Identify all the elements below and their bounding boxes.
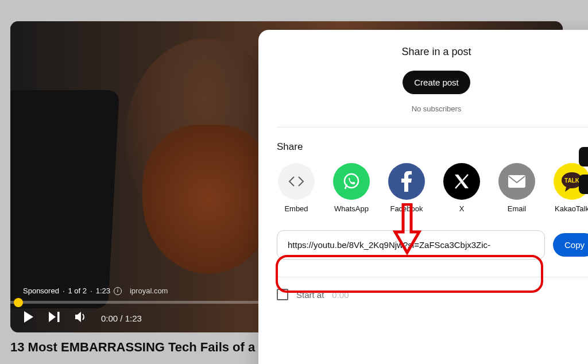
whatsapp-label: WhatsApp bbox=[334, 204, 369, 213]
x-icon[interactable] bbox=[443, 163, 480, 200]
ad-duration: 1:23 bbox=[96, 286, 110, 295]
bg-shape-beard bbox=[142, 125, 274, 274]
share-option-embed[interactable]: Embed bbox=[277, 163, 316, 213]
start-at-time[interactable]: 0:00 bbox=[332, 290, 349, 300]
side-indicators bbox=[579, 147, 588, 194]
bg-shape-chair bbox=[10, 90, 119, 308]
svg-rect-2 bbox=[508, 175, 525, 188]
share-option-x[interactable]: X bbox=[442, 163, 481, 213]
progress-scrubber[interactable] bbox=[14, 298, 23, 307]
whatsapp-icon[interactable] bbox=[333, 163, 370, 200]
embed-icon[interactable] bbox=[278, 163, 315, 200]
start-at-label: Start at bbox=[296, 290, 324, 300]
start-at-checkbox[interactable] bbox=[277, 289, 288, 300]
share-option-whatsapp[interactable]: WhatsApp bbox=[332, 163, 371, 213]
share-options-row: Embed WhatsApp Facebook X bbox=[277, 163, 588, 213]
x-label: X bbox=[459, 204, 465, 213]
no-subscribers-text: No subscribers bbox=[277, 104, 588, 113]
create-post-button[interactable]: Create post bbox=[403, 71, 470, 94]
svg-rect-0 bbox=[57, 312, 60, 322]
ad-domain[interactable]: iproyal.com bbox=[130, 286, 168, 295]
copy-button[interactable]: Copy bbox=[553, 233, 588, 257]
play-icon[interactable] bbox=[23, 311, 34, 326]
embed-label: Embed bbox=[284, 204, 308, 213]
volume-icon[interactable] bbox=[75, 311, 87, 325]
share-post-title: Share in a post bbox=[277, 46, 588, 58]
svg-text:TALK: TALK bbox=[564, 177, 580, 184]
share-section: Share Embed WhatsApp Facebook bbox=[258, 127, 588, 213]
kakaotalk-label: KakaoTalk bbox=[555, 204, 588, 213]
share-option-email[interactable]: Email bbox=[497, 163, 536, 213]
ad-counter: 1 of 2 bbox=[68, 286, 87, 295]
share-heading: Share bbox=[277, 141, 588, 153]
share-url-input[interactable]: https://youtu.be/8Vk_2Kq9Njw?si=ZaFSca3C… bbox=[277, 230, 545, 260]
facebook-icon[interactable] bbox=[388, 163, 425, 200]
share-dialog: Share in a post Create post No subscribe… bbox=[258, 30, 588, 364]
side-pill[interactable] bbox=[579, 147, 588, 166]
email-icon[interactable] bbox=[498, 163, 535, 200]
sponsored-label: Sponsored bbox=[23, 286, 59, 295]
share-url-row: https://youtu.be/8Vk_2Kq9Njw?si=ZaFSca3C… bbox=[277, 230, 588, 260]
share-option-facebook[interactable]: Facebook bbox=[387, 163, 426, 213]
email-label: Email bbox=[508, 204, 527, 213]
start-at-row: Start at 0:00 bbox=[258, 277, 588, 312]
side-pill[interactable] bbox=[579, 175, 588, 194]
share-post-section: Share in a post Create post No subscribe… bbox=[277, 46, 588, 127]
next-icon[interactable] bbox=[48, 311, 61, 325]
info-icon[interactable]: i bbox=[114, 287, 122, 295]
video-title[interactable]: 13 Most EMBARRASSING Tech Fails of a bbox=[10, 340, 255, 355]
time-display: 0:00 / 1:23 bbox=[101, 313, 142, 323]
facebook-label: Facebook bbox=[390, 204, 423, 213]
